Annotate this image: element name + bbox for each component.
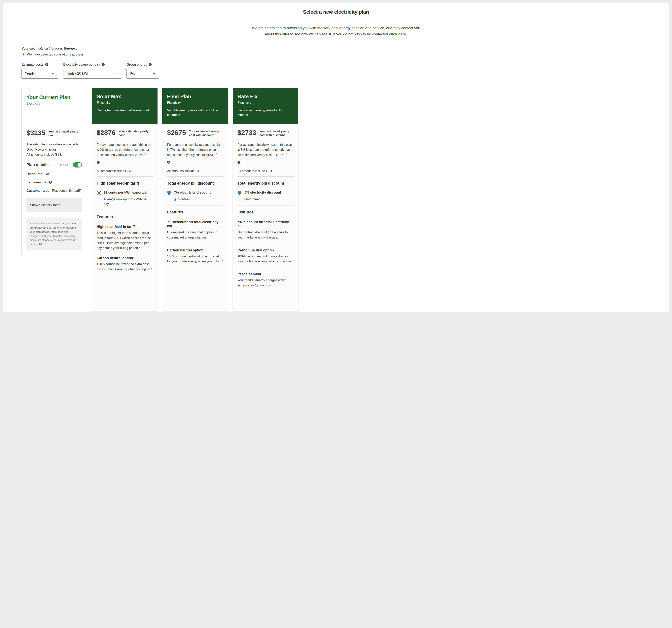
inc-gst-toggle[interactable] [73, 162, 82, 167]
info-icon[interactable]: i [149, 63, 152, 66]
intro-period: . [406, 32, 407, 36]
inc-gst-control: Inc GST [60, 162, 82, 167]
highlight-content: 5% electricity discount guaranteed [244, 190, 281, 202]
content-area: Your electricity distributor is Energex … [3, 47, 669, 311]
plan-type: Electricity [97, 101, 153, 104]
page-title: Select a new electricity plan [3, 3, 669, 15]
plan-price: $2675 [167, 129, 186, 136]
plan-card-solar-max: Solar Max Electricity Our higher than st… [92, 88, 158, 311]
usage-select[interactable]: High - 20 kWh [63, 69, 121, 78]
estimate-costs-select[interactable]: Yearly [22, 69, 58, 78]
current-plan-header: Your Current Plan Electricity [22, 88, 87, 124]
plan-tagline: Secure your energy rates for 12 months. [237, 108, 293, 117]
plan-price-row: $2733 Your estimated yearly cost with di… [237, 129, 293, 137]
exit-fees-value: No [43, 181, 48, 184]
exit-fees-label: Exit Fees: [26, 181, 42, 184]
reference-price-text: For average electricity usage, this plan… [97, 142, 153, 158]
filter-usage: Electricity usage per day i High - 20 kW… [63, 63, 121, 78]
solar-detected-line: We have detected solar at this address. [22, 52, 669, 57]
feature-item: 5% discount off total electricity bill G… [237, 220, 293, 240]
inc-gst-label: Inc GST [60, 163, 71, 166]
plan-body: $2876 Your estimated yearly cost For ave… [92, 124, 158, 277]
feature-title: High solar feed-in tariff [97, 225, 153, 229]
reference-price-text: For average electricity usage, this plan… [237, 142, 293, 158]
plan-price: $2733 [237, 129, 256, 136]
highlight-heading: High solar feed-in tariff [97, 181, 153, 186]
current-plan-price-caption: Your estimated yearly cost [49, 129, 78, 137]
reference-info-line: i [167, 160, 223, 164]
feature-text: 100% carbon neutral at no extra cost for… [97, 262, 153, 272]
plan-cards-row: Your Current Plan Electricity $3135 Your… [22, 88, 669, 311]
plan-price-row: $2675 Your estimated yearly cost with di… [167, 129, 223, 137]
toggle-knob [77, 163, 81, 167]
feature-item: 7% discount off total electricity bill G… [167, 220, 223, 240]
highlight-heading: Total energy bill discount [237, 181, 293, 186]
highlight-subtitle: Average max up to 15 kWh per day [104, 197, 153, 207]
usage-label-text: Electricity usage per day [63, 63, 100, 67]
reference-price-footnote: # [145, 153, 146, 155]
discounts-value: No [45, 172, 49, 176]
sun-icon [97, 190, 101, 196]
plan-price-caption: Your estimated yearly cost with discount [260, 129, 289, 137]
info-icon[interactable]: i [97, 161, 100, 164]
gst-note: All amounts include GST. [97, 169, 153, 173]
feature-text: Guaranteed discount that applies to your… [237, 230, 293, 240]
plan-details-row: Plan details Inc GST [26, 162, 82, 167]
click-here-link[interactable]: click here [389, 32, 406, 36]
plan-price-caption: Your estimated yearly cost [119, 129, 148, 137]
info-icon[interactable]: i [45, 63, 48, 66]
usage-label: Electricity usage per day i [63, 63, 121, 67]
feature-title: Carbon neutral option [167, 248, 223, 252]
current-plan-body: $3135 Your estimated yearly cost The est… [22, 124, 87, 255]
reference-info-line: i [237, 160, 293, 164]
feature-title: 7% discount off total electricity bill [167, 220, 223, 228]
info-icon[interactable]: i [49, 181, 52, 184]
highlight-title: 7% electricity discount [174, 190, 211, 195]
feature-title: 5% discount off total electricity bill [237, 220, 293, 228]
plan-tagline: Our higher than standard feed-in tariff. [97, 108, 153, 113]
plan-highlight: 12 cents per kWh exported Average max up… [97, 190, 153, 207]
intro-line1: We are committed to providing you with t… [252, 26, 420, 30]
feature-item: Peace of mind Your market energy charges… [237, 272, 293, 288]
feature-title: Carbon neutral option [97, 256, 153, 260]
chevron-down-icon [115, 71, 118, 76]
plan-highlight: 5% electricity discount guaranteed [237, 190, 293, 202]
plan-name: Rate Fix [237, 93, 293, 100]
plan-price: $2876 [97, 129, 116, 136]
plan-type: Electricity [237, 101, 293, 104]
feature-text: Guaranteed discount that applies to your… [167, 230, 223, 240]
current-plan-disclaimer: Not all features or benefits of your pla… [26, 218, 82, 250]
current-plan-type: Electricity [26, 102, 82, 106]
info-icon[interactable]: i [237, 161, 240, 164]
gst-note: All amounts include GST. [237, 169, 293, 173]
show-electricity-rates-button[interactable]: Show electricity rates [26, 198, 82, 212]
distributor-line: Your electricity distributor is Energex [22, 47, 669, 50]
reference-price-body: For average electricity usage, this plan… [97, 143, 151, 157]
info-icon[interactable]: i [167, 161, 170, 164]
info-icon[interactable]: i [102, 63, 104, 66]
features-heading: Features [97, 215, 153, 219]
reference-price-body: For average electricity usage, this plan… [237, 143, 292, 157]
plan-selection-page: Select a new electricity plan We are com… [3, 3, 669, 312]
reference-info-line: i [97, 160, 153, 164]
green-energy-label: Green energy i [126, 63, 159, 67]
plan-card-rate-fix: Rate Fix Electricity Secure your energy … [233, 88, 298, 311]
estimate-costs-label: Estimate costs i [22, 63, 58, 67]
intro-text: We are committed to providing you with t… [11, 25, 661, 38]
feature-item: Carbon neutral option 100% carbon neutra… [167, 248, 223, 264]
feature-item: Carbon neutral option 100% carbon neutra… [97, 256, 153, 272]
plan-name: Flexi Plan [167, 93, 223, 100]
features-heading: Features [167, 210, 223, 214]
current-plan-card: Your Current Plan Electricity $3135 Your… [22, 88, 87, 255]
filter-green-energy: Green energy i 0% [126, 63, 159, 78]
green-energy-label-text: Green energy [126, 63, 147, 67]
plan-price-row: $2876 Your estimated yearly cost [97, 129, 153, 137]
feature-text: 100% carbon neutral at no extra cost for… [167, 254, 223, 264]
sun-icon [22, 52, 25, 57]
reference-price-text: For average electricity usage, this plan… [167, 142, 223, 158]
feature-text: 100% carbon neutral at no extra cost for… [237, 254, 293, 264]
highlight-heading: Total energy bill discount [167, 181, 223, 186]
green-energy-select[interactable]: 0% [126, 69, 159, 78]
current-plan-notes: The estimate above does not include Gree… [26, 142, 82, 157]
greenpower-note: The estimate above does not include Gree… [26, 142, 82, 152]
